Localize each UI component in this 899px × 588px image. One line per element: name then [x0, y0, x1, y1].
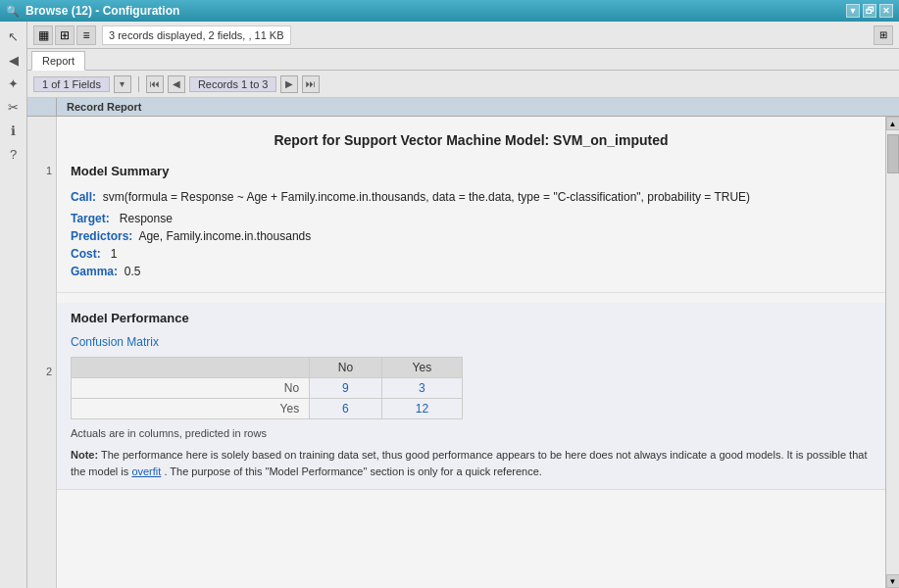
- spacer: [57, 293, 885, 303]
- star-icon[interactable]: ✦: [3, 73, 25, 94]
- scroll-track[interactable]: [886, 130, 899, 574]
- scroll-down-button[interactable]: ▼: [886, 574, 900, 588]
- table-view3-icon[interactable]: ≡: [76, 25, 96, 45]
- row-num-1: 1: [27, 124, 56, 178]
- title-bar-left: 🔍 Browse (12) - Configuration: [6, 4, 179, 18]
- first-record-button[interactable]: ⏮: [146, 75, 164, 93]
- predictors-value: Age, Family.income.in.thousands: [138, 229, 311, 243]
- report-main-content[interactable]: Report for Support Vector Machine Model:…: [57, 117, 885, 588]
- model-summary-heading: Model Summary: [71, 164, 872, 178]
- fields-label: 1 of 1 Fields: [33, 76, 110, 92]
- cost-label: Cost:: [71, 247, 101, 261]
- back-icon[interactable]: ◀: [3, 49, 25, 71]
- scrollbar[interactable]: ▲ ▼: [885, 117, 899, 588]
- row-num-2: 2: [27, 365, 56, 379]
- report-col-header: Record Report: [27, 98, 899, 117]
- restore-button[interactable]: 🗗: [863, 4, 876, 18]
- records-info: 3 records displayed, 2 fields, , 11 KB: [102, 25, 291, 45]
- content-area: ▦ ⊞ ≡ 3 records displayed, 2 fields, , 1…: [27, 22, 899, 588]
- overfit-link[interactable]: overfit: [131, 466, 161, 477]
- window-title: Browse (12) - Configuration: [25, 4, 179, 18]
- nav-bar: 1 of 1 Fields ▾ ⏮ ◀ Records 1 to 3 ▶ ⏭: [27, 71, 899, 98]
- scroll-thumb[interactable]: [887, 134, 899, 173]
- row-numbers: 1 2: [27, 117, 57, 588]
- matrix-row-yes-label: Yes: [72, 399, 310, 419]
- last-record-button[interactable]: ⏭: [302, 75, 320, 93]
- scissors-icon[interactable]: ✂: [3, 96, 25, 118]
- record-section-2: Model Performance Confusion Matrix No Ye…: [57, 303, 885, 490]
- matrix-cell-no-yes: 3: [381, 378, 462, 399]
- title-bar-controls[interactable]: ▼ 🗗 ✕: [846, 4, 893, 18]
- gamma-value: 0.5: [125, 265, 141, 278]
- actuals-note: Actuals are in columns, predicted in row…: [71, 427, 872, 439]
- dropdown-arrow[interactable]: ▾: [114, 75, 131, 93]
- performance-note: Note: The performance here is solely bas…: [71, 447, 872, 479]
- close-button[interactable]: ✕: [879, 4, 893, 18]
- title-bar: 🔍 Browse (12) - Configuration ▼ 🗗 ✕: [0, 0, 899, 22]
- gamma-info: Gamma: 0.5: [71, 265, 872, 278]
- matrix-row-no: No 9 3: [72, 378, 463, 399]
- cost-value: 1: [111, 247, 118, 261]
- table-view2-icon[interactable]: ⊞: [55, 25, 75, 45]
- expand-button[interactable]: ⊞: [874, 25, 893, 45]
- call-value: svm(formula = Response ~ Age + Family.in…: [103, 190, 750, 204]
- info-icon[interactable]: ℹ: [3, 120, 25, 141]
- question-icon[interactable]: ?: [3, 143, 25, 165]
- target-info: Target: Response: [71, 212, 872, 225]
- matrix-cell-no-no: 9: [310, 378, 382, 399]
- model-performance-heading: Model Performance: [71, 311, 872, 325]
- top-bar: ▦ ⊞ ≡ 3 records displayed, 2 fields, , 1…: [27, 22, 899, 49]
- app-icon: 🔍: [6, 5, 20, 18]
- predictors-label: Predictors:: [71, 229, 132, 243]
- report-scroll-area[interactable]: 1 2 Report for Support Vector Machine Mo…: [27, 117, 899, 588]
- pointer-icon[interactable]: ↖: [3, 25, 25, 47]
- confusion-matrix-link[interactable]: Confusion Matrix: [71, 335, 872, 349]
- report-area: Record Report 1 2: [27, 98, 899, 588]
- matrix-cell-yes-yes: 12: [381, 399, 462, 419]
- cost-info: Cost: 1: [71, 247, 872, 261]
- record-section-1: Report for Support Vector Machine Model:…: [57, 117, 885, 293]
- call-line: Call: svm(formula = Response ~ Age + Fam…: [71, 188, 872, 206]
- minimize-button[interactable]: ▼: [846, 4, 860, 18]
- matrix-col-yes-header: Yes: [381, 358, 462, 378]
- note-text-2: . The purpose of this "Model Performance…: [164, 466, 541, 477]
- left-toolbar: ↖ ◀ ✦ ✂ ℹ ?: [0, 22, 27, 588]
- note-bold: Note:: [71, 449, 98, 461]
- matrix-row-no-label: No: [72, 378, 310, 399]
- matrix-corner-cell: [72, 358, 310, 378]
- target-label: Target:: [71, 212, 110, 225]
- view-icons: ▦ ⊞ ≡: [33, 25, 96, 45]
- prev-record-button[interactable]: ◀: [168, 75, 185, 93]
- next-record-button[interactable]: ▶: [280, 75, 298, 93]
- predictors-info: Predictors: Age, Family.income.in.thousa…: [71, 229, 872, 243]
- gamma-label: Gamma:: [71, 265, 118, 278]
- main-container: ↖ ◀ ✦ ✂ ℹ ? ▦ ⊞ ≡ 3 records displayed, 2…: [0, 22, 899, 588]
- matrix-col-no-header: No: [310, 358, 382, 378]
- records-range-label: Records 1 to 3: [189, 76, 277, 92]
- call-label: Call:: [71, 190, 96, 204]
- matrix-cell-yes-no: 6: [310, 399, 382, 419]
- table-view1-icon[interactable]: ▦: [33, 25, 53, 45]
- matrix-row-yes: Yes 6 12: [72, 399, 463, 419]
- tab-bar: Report: [27, 49, 899, 71]
- scroll-up-button[interactable]: ▲: [886, 117, 900, 130]
- report-main-title: Report for Support Vector Machine Model:…: [71, 132, 872, 148]
- confusion-matrix-table: No Yes No 9 3 Yes 6: [71, 357, 463, 419]
- col-header-label: Record Report: [57, 98, 151, 116]
- report-tab[interactable]: Report: [31, 51, 85, 71]
- target-value: Response: [120, 212, 173, 225]
